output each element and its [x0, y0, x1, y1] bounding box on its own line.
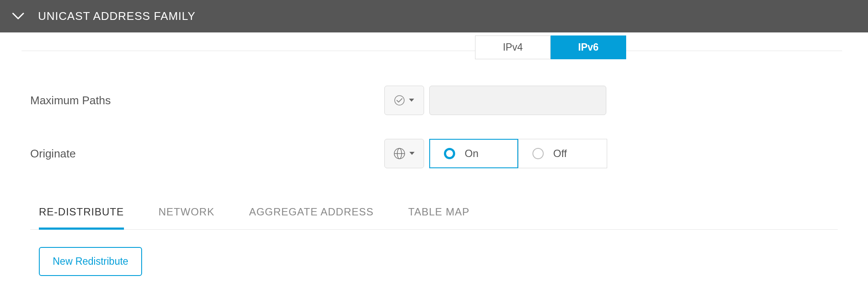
- originate-on-label: On: [465, 148, 478, 160]
- radio-circle-icon: [444, 148, 455, 159]
- content-area: IPv4 IPv6 Maximum Paths Originate On: [0, 32, 868, 293]
- tab-aggregate-address[interactable]: AGGREGATE ADDRESS: [249, 201, 374, 229]
- radio-circle-icon: [532, 148, 544, 159]
- tab-network[interactable]: NETWORK: [158, 201, 215, 229]
- svg-point-0: [395, 96, 404, 105]
- ipv4-tab[interactable]: IPv4: [475, 35, 551, 59]
- originate-scope-dropdown[interactable]: [384, 139, 424, 168]
- new-redistribute-button[interactable]: New Redistribute: [39, 247, 142, 276]
- originate-off-label: Off: [553, 148, 567, 160]
- row-originate: Originate On Off: [30, 139, 838, 168]
- tab-table-map[interactable]: TABLE MAP: [408, 201, 469, 229]
- globe-icon: [393, 148, 405, 160]
- maximum-paths-value[interactable]: [429, 86, 606, 115]
- ip-version-toggle: IPv4 IPv6: [475, 35, 626, 59]
- caret-down-icon: [409, 151, 415, 156]
- originate-off-option[interactable]: Off: [518, 139, 607, 168]
- maximum-paths-dropdown[interactable]: [384, 86, 424, 115]
- ipv6-tab[interactable]: IPv6: [551, 35, 626, 59]
- form-area: Maximum Paths Originate On Off: [0, 51, 868, 276]
- section-title: UNICAST ADDRESS FAMILY: [38, 10, 196, 23]
- originate-label: Originate: [30, 147, 384, 160]
- tab-redistribute[interactable]: RE-DISTRIBUTE: [39, 201, 124, 229]
- caret-down-icon: [409, 98, 415, 103]
- sub-tab-bar: RE-DISTRIBUTE NETWORK AGGREGATE ADDRESS …: [30, 192, 838, 230]
- row-maximum-paths: Maximum Paths: [30, 86, 838, 115]
- maximum-paths-label: Maximum Paths: [30, 94, 384, 107]
- ip-version-bar: IPv4 IPv6: [22, 32, 842, 51]
- check-circle-icon: [394, 95, 405, 106]
- originate-on-option[interactable]: On: [429, 139, 518, 168]
- chevron-down-icon: [12, 13, 24, 20]
- actions-area: New Redistribute: [30, 230, 838, 276]
- section-header[interactable]: UNICAST ADDRESS FAMILY: [0, 0, 868, 32]
- originate-radio-group: On Off: [429, 139, 607, 168]
